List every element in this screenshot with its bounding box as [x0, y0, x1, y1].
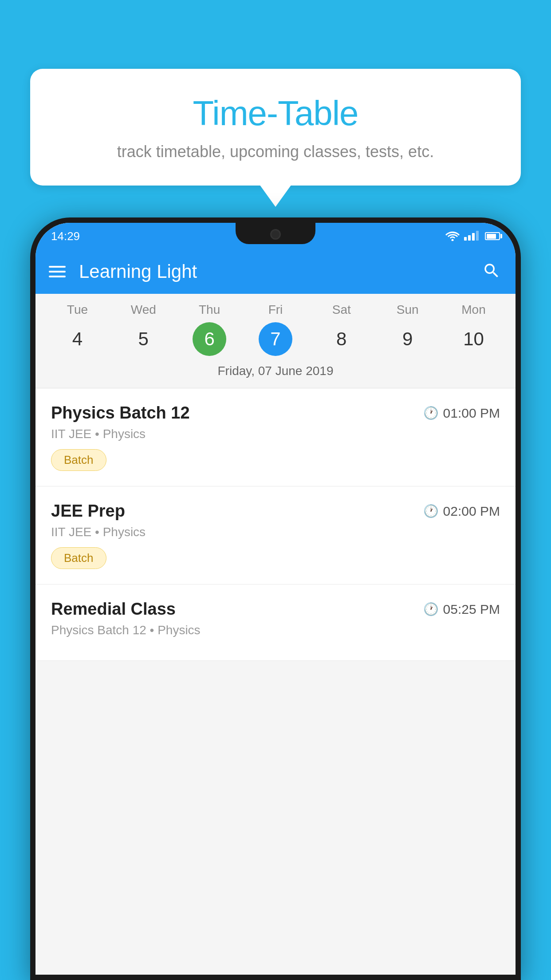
status-time: 14:29 — [51, 229, 80, 243]
calendar-day-col[interactable]: Tue4 — [48, 303, 106, 356]
calendar-day-col[interactable]: Sun9 — [379, 303, 437, 356]
day-number[interactable]: 7 — [259, 322, 292, 356]
day-label: Sat — [332, 303, 351, 317]
hamburger-line-3 — [49, 276, 66, 277]
phone-camera — [270, 229, 281, 240]
day-label: Thu — [199, 303, 220, 317]
app-title: Learning Light — [79, 261, 481, 282]
calendar-day-col[interactable]: Thu6 — [181, 303, 238, 356]
calendar-date-label: Friday, 07 June 2019 — [35, 356, 516, 388]
schedule-item-title: Remedial Class — [51, 600, 176, 619]
status-icons — [445, 231, 500, 241]
wifi-icon — [445, 231, 460, 241]
schedule-item-subtitle: IIT JEE • Physics — [51, 525, 500, 539]
calendar-strip: Tue4Wed5Thu6Fri7Sat8Sun9Mon10 Friday, 07… — [35, 294, 516, 388]
hamburger-menu-icon[interactable] — [49, 266, 66, 277]
schedule-item[interactable]: JEE Prep🕐 02:00 PMIIT JEE • PhysicsBatch — [35, 486, 516, 585]
schedule-item-title: JEE Prep — [51, 502, 125, 521]
calendar-day-col[interactable]: Fri7 — [247, 303, 304, 356]
svg-point-0 — [452, 239, 454, 241]
schedule-item[interactable]: Physics Batch 12🕐 01:00 PMIIT JEE • Phys… — [35, 388, 516, 486]
day-label: Sun — [397, 303, 419, 317]
phone-inner: 14:29 — [35, 223, 516, 975]
clock-icon: 🕐 — [423, 406, 439, 420]
hamburger-line-2 — [49, 271, 66, 273]
day-number[interactable]: 4 — [60, 322, 94, 356]
calendar-day-col[interactable]: Sat8 — [313, 303, 370, 356]
app-bar: Learning Light — [35, 249, 516, 294]
bubble-title: Time-Table — [52, 93, 499, 134]
day-label: Mon — [461, 303, 485, 317]
schedule-item-time: 🕐 02:00 PM — [423, 504, 500, 519]
day-number[interactable]: 8 — [325, 322, 358, 356]
clock-icon: 🕐 — [423, 504, 439, 518]
schedule-item-subtitle: Physics Batch 12 • Physics — [51, 623, 500, 637]
day-label: Wed — [131, 303, 156, 317]
schedule-item-time: 🕐 05:25 PM — [423, 602, 500, 617]
speech-bubble-container: Time-Table track timetable, upcoming cla… — [30, 69, 521, 186]
schedule-item-header: Physics Batch 12🕐 01:00 PM — [51, 403, 500, 423]
schedule-item-header: JEE Prep🕐 02:00 PM — [51, 502, 500, 521]
calendar-day-col[interactable]: Mon10 — [445, 303, 502, 356]
schedule-item-time: 🕐 01:00 PM — [423, 406, 500, 421]
schedule-list: Physics Batch 12🕐 01:00 PMIIT JEE • Phys… — [35, 388, 516, 661]
schedule-item-subtitle: IIT JEE • Physics — [51, 427, 500, 441]
day-number[interactable]: 5 — [126, 322, 160, 356]
speech-bubble: Time-Table track timetable, upcoming cla… — [30, 69, 521, 186]
phone-frame: 14:29 — [30, 217, 521, 980]
day-number[interactable]: 9 — [391, 322, 425, 356]
day-label: Fri — [268, 303, 283, 317]
batch-badge: Batch — [51, 547, 106, 569]
day-number[interactable]: 10 — [457, 322, 490, 356]
signal-icon — [464, 232, 479, 241]
batch-badge: Batch — [51, 449, 106, 471]
day-number[interactable]: 6 — [193, 322, 226, 356]
bubble-subtitle: track timetable, upcoming classes, tests… — [52, 142, 499, 161]
phone-notch — [236, 223, 315, 244]
search-button[interactable] — [481, 261, 502, 282]
schedule-item-header: Remedial Class🕐 05:25 PM — [51, 600, 500, 619]
schedule-item-title: Physics Batch 12 — [51, 403, 190, 423]
calendar-day-col[interactable]: Wed5 — [114, 303, 172, 356]
calendar-days-row: Tue4Wed5Thu6Fri7Sat8Sun9Mon10 — [35, 303, 516, 356]
hamburger-line-1 — [49, 266, 66, 268]
clock-icon: 🕐 — [423, 602, 439, 616]
day-label: Tue — [67, 303, 88, 317]
search-icon — [482, 261, 501, 282]
battery-icon — [485, 232, 500, 240]
schedule-item[interactable]: Remedial Class🕐 05:25 PMPhysics Batch 12… — [35, 585, 516, 661]
